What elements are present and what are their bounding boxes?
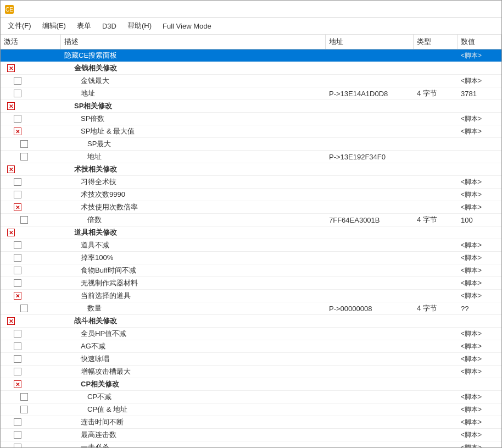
table-row[interactable]: 术技使用次数倍率<脚本> (1, 201, 501, 214)
maximize-button[interactable] (471, 4, 482, 15)
checkbox-empty[interactable] (14, 330, 21, 338)
checkbox-checked[interactable] (7, 64, 15, 72)
checkbox-empty[interactable] (14, 368, 21, 375)
checkbox-empty[interactable] (14, 279, 21, 287)
table-row[interactable]: 战斗相关修改 (1, 315, 501, 328)
table-row[interactable]: 当前选择的道具<脚本> (1, 290, 501, 302)
table-row[interactable]: 地址P->13E192F34F0 (1, 151, 501, 163)
table-area[interactable]: 隐藏CE搜索面板<脚本>金钱相关修改金钱最大<脚本>地址P->13E14A1D0… (1, 49, 501, 447)
menu-item[interactable]: D3D (97, 20, 121, 32)
checkbox-checked[interactable] (7, 165, 15, 173)
table-row[interactable]: 隐藏CE搜索面板<脚本> (1, 49, 501, 62)
type-cell (414, 244, 458, 246)
checkbox-cell (1, 430, 61, 440)
checkbox-empty[interactable] (20, 140, 28, 148)
checkbox-empty[interactable] (20, 153, 28, 161)
checkbox-empty[interactable] (14, 178, 21, 186)
table-row[interactable]: SP最大 (1, 138, 501, 151)
table-row[interactable]: 全员HP值不减<脚本> (1, 328, 501, 340)
value-cell: <脚本> (458, 278, 501, 289)
checkbox-checked[interactable] (14, 292, 21, 300)
table-row[interactable]: CP值 & 地址<脚本> (1, 403, 501, 416)
value-cell: <脚本> (458, 290, 501, 302)
checkbox-empty[interactable] (14, 342, 21, 350)
checkbox-empty[interactable] (14, 267, 21, 274)
table-row[interactable]: AG不减<脚本> (1, 340, 501, 353)
table-row[interactable]: CP相关修改 (1, 378, 501, 391)
table-row[interactable]: SP地址 & 最大值<脚本> (1, 125, 501, 138)
address-cell (326, 269, 414, 272)
checkbox-empty[interactable] (14, 241, 21, 249)
table-row[interactable]: 习得全术技<脚本> (1, 176, 501, 189)
table-row[interactable]: 快速咏唱<脚本> (1, 353, 501, 366)
table-row[interactable]: 倍数7FF64EA3001B4 字节100 (1, 214, 501, 226)
checkbox-empty[interactable] (14, 431, 21, 439)
checkbox-checked[interactable] (14, 128, 21, 135)
checkbox-empty[interactable] (14, 77, 21, 85)
minimize-button[interactable] (455, 4, 466, 15)
checkbox-empty[interactable] (14, 355, 21, 363)
table-row[interactable]: 连击时间不断<脚本> (1, 416, 501, 429)
table-row[interactable]: 术技次数9990<脚本> (1, 189, 501, 201)
table-row[interactable]: 无视制作武器材料<脚本> (1, 277, 501, 290)
checkbox-empty[interactable] (20, 393, 28, 401)
menu-item[interactable]: 表单 (72, 19, 96, 33)
table-row[interactable]: CP不减<脚本> (1, 391, 501, 403)
desc-cell: SP地址 & 最大值 (61, 125, 326, 137)
menu-item[interactable]: 帮助(H) (122, 19, 157, 33)
desc-cell: 一击必杀 (61, 441, 326, 447)
menu-item[interactable]: Full View Mode (158, 20, 216, 32)
checkbox-empty[interactable] (20, 305, 28, 312)
checkbox-empty[interactable] (20, 406, 28, 413)
table-row[interactable]: 一击必杀<脚本> (1, 441, 501, 447)
checkbox-checked[interactable] (14, 380, 21, 388)
value-cell: <脚本> (458, 50, 501, 62)
value-cell: <脚本> (458, 341, 501, 352)
table-row[interactable]: 掉率100%<脚本> (1, 252, 501, 264)
checkbox-empty[interactable] (14, 115, 21, 123)
address-cell (326, 370, 414, 373)
table-row[interactable]: 最高连击数<脚本> (1, 429, 501, 441)
address-cell (326, 345, 414, 347)
value-cell: 3781 (458, 89, 501, 99)
checkbox-empty[interactable] (14, 418, 21, 426)
table-row[interactable]: 金钱相关修改 (1, 62, 501, 75)
checkbox-checked[interactable] (7, 229, 15, 236)
type-cell (414, 105, 458, 107)
table-row[interactable]: 道具相关修改 (1, 226, 501, 239)
checkbox-empty[interactable] (20, 216, 28, 224)
desc-cell: CP相关修改 (61, 378, 326, 390)
col-header-type: 类型 (414, 35, 458, 49)
checkbox-empty[interactable] (14, 90, 21, 97)
type-cell (414, 130, 458, 132)
table-row[interactable]: 数量P->000000084 字节?? (1, 302, 501, 315)
type-cell (414, 257, 458, 259)
table-row[interactable]: 地址P->13E14A1D0D84 字节3781 (1, 87, 501, 100)
type-cell: 4 字节 (414, 87, 458, 99)
menu-item[interactable]: 文件(F) (3, 19, 36, 33)
table-row[interactable]: SP相关修改 (1, 100, 501, 113)
checkbox-checked[interactable] (7, 102, 15, 110)
table-row[interactable]: 食物Buff时间不减<脚本> (1, 264, 501, 277)
checkbox-checked[interactable] (14, 203, 21, 211)
address-cell (326, 54, 414, 57)
table-row[interactable]: 道具不减<脚本> (1, 239, 501, 252)
checkbox-empty[interactable] (14, 444, 21, 447)
value-cell: <脚本> (458, 252, 501, 264)
menu-item[interactable]: 编辑(E) (37, 19, 71, 33)
table-row[interactable]: 金钱最大<脚本> (1, 75, 501, 87)
checkbox-cell (1, 139, 61, 149)
table-row[interactable]: 增幅攻击槽最大<脚本> (1, 366, 501, 378)
table-row[interactable]: 术技相关修改 (1, 163, 501, 176)
checkbox-checked[interactable] (7, 317, 15, 325)
checkbox-empty[interactable] (14, 191, 21, 198)
type-cell (414, 231, 458, 234)
type-cell (414, 434, 458, 436)
checkbox-cell (1, 114, 61, 124)
desc-cell: 当前选择的道具 (61, 290, 326, 302)
close-button[interactable] (486, 4, 497, 15)
address-cell (326, 408, 414, 411)
table-row[interactable]: SP倍数<脚本> (1, 113, 501, 125)
checkbox-empty[interactable] (14, 254, 21, 262)
desc-cell: 食物Buff时间不减 (61, 264, 326, 276)
